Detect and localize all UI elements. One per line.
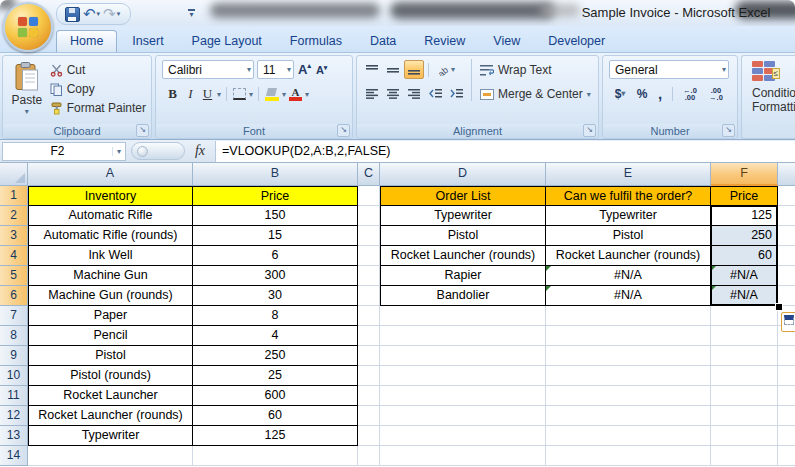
grid-cell[interactable] xyxy=(778,206,795,226)
grid-cell[interactable] xyxy=(358,306,380,326)
grid-cell[interactable] xyxy=(193,446,358,466)
align-right-button[interactable] xyxy=(404,84,424,103)
grid-cell[interactable] xyxy=(711,406,778,426)
cell-B1[interactable]: Price xyxy=(193,186,358,206)
cell-F1[interactable]: Price xyxy=(711,186,778,206)
increase-decimal-button[interactable]: ←.0 .00 xyxy=(678,86,702,102)
grid-cell[interactable] xyxy=(546,326,711,346)
formula-input[interactable]: =VLOOKUP(D2,A:B,2,FALSE) xyxy=(215,141,795,162)
font-name-combo[interactable]: Calibri ▾ xyxy=(162,60,254,79)
grid-cell[interactable] xyxy=(358,426,380,446)
number-format-combo[interactable]: General ▾ xyxy=(609,60,729,79)
cell-A7[interactable]: Paper xyxy=(28,306,193,326)
tab-insert[interactable]: Insert xyxy=(119,31,176,52)
cell-B7[interactable]: 8 xyxy=(193,306,358,326)
cell-B6[interactable]: 30 xyxy=(193,286,358,306)
row-header-1[interactable]: 1 xyxy=(0,186,28,206)
cell-B12[interactable]: 60 xyxy=(193,406,358,426)
grid-cell[interactable] xyxy=(778,426,795,446)
paste-button[interactable]: Paste ▾ xyxy=(7,58,47,117)
grid-cell[interactable] xyxy=(380,406,546,426)
cell-A6[interactable]: Machine Gun (rounds) xyxy=(28,286,193,306)
cell-F3[interactable]: 250 xyxy=(711,226,778,246)
grid-cell[interactable] xyxy=(358,266,380,286)
cell-E5[interactable]: #N/A xyxy=(546,266,711,286)
cell-D5[interactable]: Rapier xyxy=(380,266,546,286)
alignment-dialog-launcher[interactable]: ↘ xyxy=(583,124,596,137)
grid-cell[interactable] xyxy=(546,306,711,326)
grid-cell[interactable] xyxy=(711,446,778,466)
grid-cell[interactable] xyxy=(358,386,380,406)
column-header-f[interactable]: F xyxy=(711,163,778,186)
cell-E6[interactable]: #N/A xyxy=(546,286,711,306)
select-all-corner[interactable] xyxy=(0,163,28,186)
column-header-c[interactable]: C xyxy=(358,163,380,186)
tab-home[interactable]: Home xyxy=(56,30,117,52)
grid-cell[interactable] xyxy=(358,406,380,426)
cell-A1[interactable]: Inventory xyxy=(28,186,193,206)
cell-E2[interactable]: Typewriter xyxy=(546,206,711,226)
grid-cell[interactable] xyxy=(380,366,546,386)
redo-dropdown-icon[interactable]: ▾ xyxy=(117,7,121,21)
clipboard-dialog-launcher[interactable]: ↘ xyxy=(136,124,149,137)
column-header-e[interactable]: E xyxy=(546,163,711,186)
cell-A2[interactable]: Automatic Rifle xyxy=(28,206,193,226)
row-header-6[interactable]: 6 xyxy=(0,286,28,306)
grid-cell[interactable] xyxy=(711,386,778,406)
grid-cell[interactable] xyxy=(380,426,546,446)
grid-cell[interactable] xyxy=(546,386,711,406)
cell-F5[interactable]: #N/A xyxy=(711,266,778,286)
grid-cell[interactable] xyxy=(778,186,795,206)
tab-review[interactable]: Review xyxy=(411,31,478,52)
font-color-button[interactable]: A xyxy=(288,86,303,102)
cell-B4[interactable]: 6 xyxy=(193,246,358,266)
conditional-formatting-button[interactable]: Conditional Formatting xyxy=(752,86,795,114)
cell-F4[interactable]: 60 xyxy=(711,246,778,266)
grid-cell[interactable] xyxy=(711,326,778,346)
grid-cell[interactable] xyxy=(380,346,546,366)
row-header-14[interactable]: 14 xyxy=(0,446,28,466)
grid-cell[interactable] xyxy=(546,446,711,466)
grid-cell[interactable] xyxy=(358,246,380,266)
bold-button[interactable]: B xyxy=(164,85,181,103)
column-header-b[interactable]: B xyxy=(193,163,358,186)
cut-button[interactable]: Cut xyxy=(47,61,149,79)
tab-page-layout[interactable]: Page Layout xyxy=(179,31,275,52)
grid-cell[interactable] xyxy=(546,406,711,426)
bottom-align-button[interactable] xyxy=(404,60,424,79)
save-button[interactable] xyxy=(65,7,80,22)
middle-align-button[interactable] xyxy=(383,60,403,79)
cell-B11[interactable]: 600 xyxy=(193,386,358,406)
top-align-button[interactable] xyxy=(362,60,382,79)
grid-cell[interactable] xyxy=(778,446,795,466)
row-header-3[interactable]: 3 xyxy=(0,226,28,246)
font-dialog-launcher[interactable]: ↘ xyxy=(337,124,350,137)
cell-B13[interactable]: 125 xyxy=(193,426,358,446)
row-header-13[interactable]: 13 xyxy=(0,426,28,446)
cell-B5[interactable]: 300 xyxy=(193,266,358,286)
formula-bar-handle[interactable] xyxy=(131,142,185,160)
grid-cell[interactable] xyxy=(358,366,380,386)
font-size-combo[interactable]: 11 ▾ xyxy=(257,60,294,79)
column-header-d[interactable]: D xyxy=(380,163,546,186)
name-box-dropdown-icon[interactable]: ▾ xyxy=(112,147,125,156)
cell-A13[interactable]: Typewriter xyxy=(28,426,193,446)
autofill-options-button[interactable] xyxy=(781,312,795,332)
borders-button[interactable] xyxy=(232,87,247,101)
row-header-5[interactable]: 5 xyxy=(0,266,28,286)
orientation-button[interactable]: ab ▾ xyxy=(433,60,459,79)
row-header-10[interactable]: 10 xyxy=(0,366,28,386)
cell-C1[interactable] xyxy=(358,186,380,206)
shrink-font-button[interactable]: A▾ xyxy=(315,63,328,77)
row-header-4[interactable]: 4 xyxy=(0,246,28,266)
row-header-2[interactable]: 2 xyxy=(0,206,28,226)
cell-A10[interactable]: Pistol (rounds) xyxy=(28,366,193,386)
column-header-a[interactable]: A xyxy=(28,163,193,186)
number-dialog-launcher[interactable]: ↘ xyxy=(722,124,735,137)
redo-button[interactable]: ↷ ▾ xyxy=(103,7,120,21)
office-button[interactable] xyxy=(3,2,53,52)
borders-dropdown-icon[interactable]: ▾ xyxy=(249,90,253,99)
merge-center-button[interactable]: Merge & Center ▾ xyxy=(477,85,594,103)
cell-D4[interactable]: Rocket Launcher (rounds) xyxy=(380,246,546,266)
grid-cell[interactable] xyxy=(380,326,546,346)
